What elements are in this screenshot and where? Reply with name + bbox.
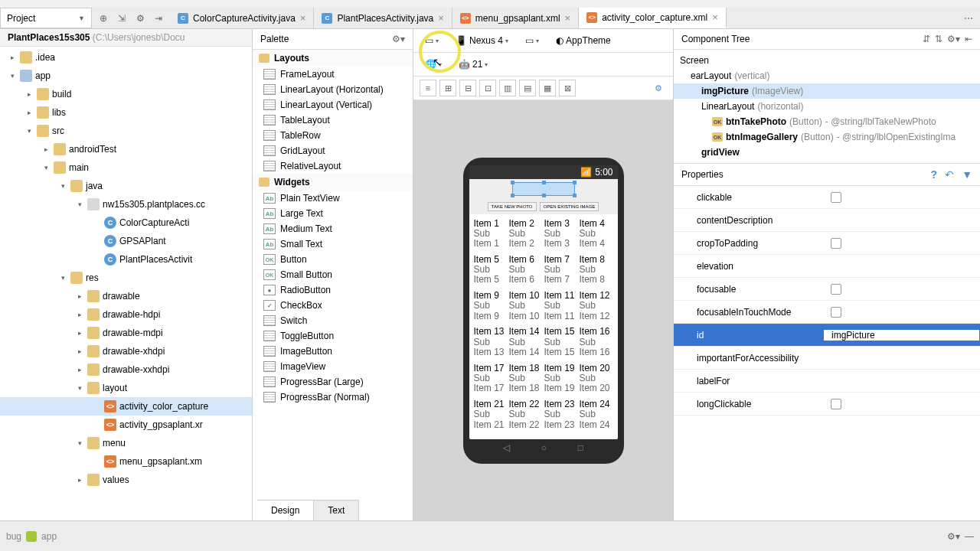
property-row[interactable]: clickable	[674, 186, 980, 209]
tree-row[interactable]: ▸drawable-mdpi	[0, 324, 252, 342]
properties-table[interactable]: clickablecontentDescriptioncropToPadding…	[674, 186, 980, 520]
property-value-cell[interactable]	[823, 238, 980, 249]
grid-item[interactable]: Item 7Sub Item 7	[544, 255, 578, 289]
tree-row[interactable]: ▸drawable-hdpi	[0, 305, 252, 324]
expand-icon[interactable]: ▾	[41, 164, 51, 171]
palette-item[interactable]: ProgressBar (Normal)	[253, 390, 413, 405]
palette-item[interactable]: ImageView	[253, 359, 413, 374]
property-row[interactable]: elevation	[674, 255, 980, 278]
expand-icon[interactable]: ▸	[75, 311, 84, 318]
bottom-gear-icon[interactable]: ⚙▾	[947, 531, 960, 542]
palette-item[interactable]: LinearLayout (Vertical)	[253, 97, 413, 112]
tree-row[interactable]: ▸drawable-xhdpi	[0, 342, 252, 360]
component-tree-row[interactable]: imgPicture (ImageView)	[674, 83, 980, 99]
property-row[interactable]: focusable	[674, 278, 980, 301]
design-canvas[interactable]: 📶 5:00 TAKE NEW	[413, 100, 673, 520]
align-icon-5[interactable]: ▥	[499, 80, 516, 96]
grid-item[interactable]: Item 16Sub Item 16	[580, 327, 613, 361]
component-tree-row[interactable]: Screen	[674, 53, 980, 68]
component-tree-row[interactable]: gridView	[674, 145, 980, 160]
tree-row[interactable]: ▸drawable	[0, 287, 252, 305]
align-icon-1[interactable]: ≡	[420, 80, 436, 96]
open-image-button[interactable]: OPEN EXISTING IMAGE	[540, 202, 599, 211]
tree-row[interactable]: ▸build	[0, 85, 252, 103]
property-value-cell[interactable]	[823, 399, 980, 409]
property-row[interactable]: idimgPicture	[674, 324, 980, 347]
palette-group-header[interactable]: Layouts	[253, 50, 413, 67]
grid-view[interactable]: Item 1Sub Item 1Item 2Sub Item 2Item 3Su…	[469, 214, 618, 439]
tree-row[interactable]: ▾src	[0, 122, 252, 140]
tree-row[interactable]: ▸androidTest	[0, 140, 252, 158]
filter-icon[interactable]: ▼	[962, 168, 972, 181]
property-row[interactable]: cropToPadding	[674, 232, 980, 255]
tree-row[interactable]: <>activity_gpsaplant.xr	[0, 416, 252, 434]
palette-item[interactable]: AbLarge Text	[253, 206, 413, 221]
palette-item[interactable]: RadioButton	[253, 282, 413, 298]
component-tree-row[interactable]: LinearLayout (horizontal)	[674, 99, 980, 114]
property-checkbox[interactable]	[831, 192, 841, 203]
property-checkbox[interactable]	[831, 307, 841, 318]
palette-item[interactable]: ProgressBar (Large)	[253, 374, 413, 390]
palette-item[interactable]: ImageButton	[253, 344, 413, 359]
palette-item[interactable]: RelativeLayout	[253, 158, 413, 174]
expand-icon[interactable]: ▸	[24, 90, 34, 98]
palette-item[interactable]: Switch	[253, 313, 413, 328]
close-icon[interactable]: ×	[300, 12, 306, 24]
selected-imageview[interactable]	[512, 182, 575, 196]
property-value-cell[interactable]: imgPicture	[823, 329, 980, 341]
expand-icon[interactable]: ▾	[75, 384, 84, 392]
grid-item[interactable]: Item 3Sub Item 3	[544, 219, 578, 253]
palette-item[interactable]: TableLayout	[253, 112, 413, 128]
palette-gear-icon[interactable]: ⚙▾	[392, 34, 405, 44]
api-dropdown[interactable]: 🤖21▾	[453, 56, 493, 73]
grid-item[interactable]: Item 19Sub Item 19	[544, 364, 578, 398]
expand-icon[interactable]: ▾	[75, 201, 84, 208]
expand-icon[interactable]: ▸	[75, 329, 84, 337]
align-icon-7[interactable]: ▦	[539, 80, 556, 96]
hide-icon[interactable]: ⇥	[152, 11, 165, 25]
tree-row[interactable]: CPlantPlacesActivit	[0, 250, 252, 269]
grid-item[interactable]: Item 2Sub Item 2	[509, 219, 543, 253]
orientation-button[interactable]: ▭▾	[420, 32, 444, 49]
close-icon[interactable]: ×	[712, 11, 718, 23]
expand-icon[interactable]: ▾	[58, 274, 67, 282]
expand-icon[interactable]: ▸	[75, 347, 84, 355]
property-row[interactable]: focusableInTouchMode	[674, 301, 980, 324]
grid-item[interactable]: Item 15Sub Item 15	[544, 327, 578, 361]
device-dropdown[interactable]: 📱Nexus 4▾	[450, 32, 514, 49]
palette-item[interactable]: LinearLayout (Horizontal)	[253, 82, 413, 97]
editor-tab[interactable]: CPlantPlacesActivity.java×	[314, 8, 452, 28]
tree-collapse-icon[interactable]: ⇅	[935, 34, 942, 44]
tree-row[interactable]: ▾java	[0, 177, 252, 195]
property-value-cell[interactable]	[823, 192, 980, 203]
component-tree[interactable]: ScreenearLayout (vertical)imgPicture (Im…	[674, 50, 980, 164]
tree-row[interactable]: ▾menu	[0, 434, 252, 452]
tree-row[interactable]: <>activity_color_capture	[0, 397, 252, 416]
expand-icon[interactable]: ▸	[75, 476, 84, 484]
undo-icon[interactable]: ↶	[945, 168, 954, 181]
property-checkbox[interactable]	[831, 284, 841, 295]
align-icon-3[interactable]: ⊟	[459, 80, 476, 96]
expand-icon[interactable]: ▾	[24, 127, 34, 135]
tree-row[interactable]: ▸values	[0, 471, 252, 489]
grid-item[interactable]: Item 6Sub Item 6	[509, 255, 543, 289]
expand-icon[interactable]: ▾	[8, 72, 17, 80]
design-settings-icon[interactable]: ⚙	[650, 80, 667, 96]
align-icon-2[interactable]: ⊞	[439, 80, 456, 96]
property-checkbox[interactable]	[831, 238, 841, 249]
palette-group-header[interactable]: Widgets	[253, 174, 413, 191]
property-row[interactable]: importantForAccessibility	[674, 347, 980, 370]
editor-tab[interactable]: <>activity_color_capture.xml×	[579, 8, 727, 28]
tab-text[interactable]: Text	[314, 500, 359, 520]
grid-item[interactable]: Item 12Sub Item 12	[580, 291, 613, 325]
grid-item[interactable]: Item 4Sub Item 4	[580, 219, 613, 253]
tree-row[interactable]: ▸libs	[0, 103, 252, 122]
tree-row[interactable]: CColorCaptureActi	[0, 214, 252, 232]
tree-row[interactable]: <>menu_gpsaplant.xm	[0, 452, 252, 471]
expand-icon[interactable]: ▾	[58, 182, 67, 190]
expand-icon[interactable]: ▸	[24, 109, 34, 116]
grid-item[interactable]: Item 20Sub Item 20	[580, 364, 613, 398]
component-tree-row[interactable]: earLayout (vertical)	[674, 68, 980, 83]
property-value-cell[interactable]	[823, 307, 980, 318]
align-icon-6[interactable]: ▤	[519, 80, 536, 96]
